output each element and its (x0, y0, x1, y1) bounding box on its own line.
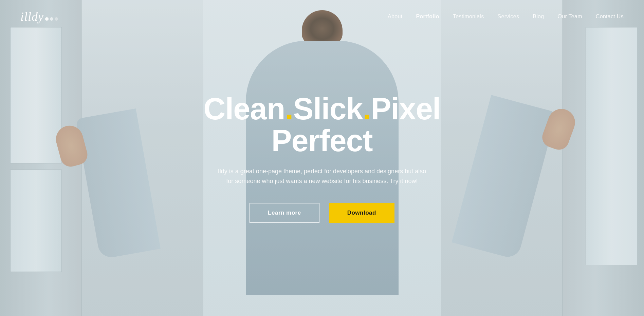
nav-link-services[interactable]: Services (498, 14, 519, 19)
nav-links: About Portfolio Testimonials Services Bl… (388, 14, 624, 20)
nav-item-services[interactable]: Services (498, 14, 519, 20)
logo-dot-2 (50, 17, 53, 21)
hero-title: Clean.Slick.Pixel Perfect (183, 93, 461, 157)
hero-title-dot1: . (285, 92, 293, 126)
nav-link-blog[interactable]: Blog (533, 14, 544, 19)
logo-dot-3 (55, 17, 58, 21)
nav-item-portfolio[interactable]: Portfolio (416, 14, 439, 20)
nav-link-contact-us[interactable]: Contact Us (596, 14, 624, 19)
hero-section: illdy About Portfolio Testimonials Servi… (0, 0, 644, 316)
learn-more-button[interactable]: Learn more (250, 203, 319, 223)
hero-title-part1: Clean (203, 92, 285, 126)
nav-link-our-team[interactable]: Our Team (558, 14, 582, 19)
logo-dots (45, 17, 58, 21)
nav-item-our-team[interactable]: Our Team (558, 14, 582, 20)
hero-buttons: Learn more Download (183, 203, 461, 223)
hero-title-part2: Slick (293, 92, 363, 126)
logo-dot-1 (45, 17, 49, 21)
nav-item-contact-us[interactable]: Contact Us (596, 14, 624, 20)
nav-item-blog[interactable]: Blog (533, 14, 544, 20)
site-logo[interactable]: illdy (20, 9, 58, 24)
nav-item-testimonials[interactable]: Testimonials (453, 14, 484, 20)
hero-content: Clean.Slick.Pixel Perfect Ildy is a grea… (169, 93, 475, 223)
nav-link-about[interactable]: About (388, 14, 402, 19)
main-nav: illdy About Portfolio Testimonials Servi… (0, 0, 644, 33)
download-button[interactable]: Download (329, 203, 394, 223)
hero-subtitle: Ildy is a great one-page theme, perfect … (217, 166, 427, 186)
nav-link-portfolio[interactable]: Portfolio (416, 14, 439, 19)
nav-item-about[interactable]: About (388, 14, 402, 20)
hero-title-dot2: . (363, 92, 371, 126)
nav-link-testimonials[interactable]: Testimonials (453, 14, 484, 19)
